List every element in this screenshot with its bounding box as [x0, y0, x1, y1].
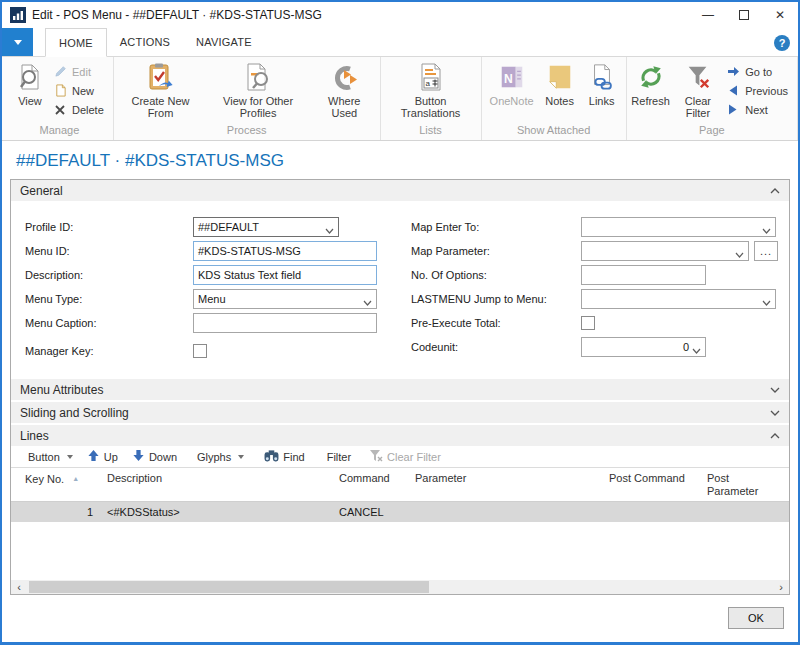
pencil-icon	[53, 65, 67, 79]
ribbon-group-manage: View Edit New	[6, 57, 114, 140]
ribbon-group-lists: a Button Translations Lists	[381, 57, 482, 140]
manager-key-checkbox[interactable]	[193, 344, 207, 358]
arrow-down-icon	[132, 449, 145, 464]
maximize-button[interactable]	[726, 2, 762, 28]
section-header-menu-attributes[interactable]: Menu Attributes	[11, 379, 789, 400]
tab-actions[interactable]: ACTIONS	[107, 28, 183, 56]
column-header-key-no[interactable]: Key No.▲	[11, 471, 99, 501]
tab-home[interactable]: HOME	[45, 28, 107, 57]
help-icon[interactable]: ?	[774, 35, 790, 51]
find-button[interactable]: Find	[257, 446, 311, 467]
delete-x-icon	[53, 103, 67, 117]
section-header-sliding-scrolling[interactable]: Sliding and Scrolling	[11, 402, 789, 423]
maximize-icon	[739, 10, 749, 20]
previous-button[interactable]: Previous	[724, 81, 794, 100]
ok-button[interactable]: OK	[728, 607, 784, 629]
chevron-down-icon	[770, 410, 780, 416]
page-content: General Profile ID: ##DEFAULT Menu ID: #…	[2, 179, 798, 595]
lines-toolbar: Button Up Down Glyphs Find	[11, 446, 789, 468]
glyphs-menu-button[interactable]: Glyphs	[190, 446, 251, 467]
lines-grid-header: Key No.▲ Description Command Parameter P…	[11, 468, 789, 502]
button-translations-button[interactable]: a Button Translations	[384, 59, 478, 119]
application-menu-button[interactable]	[2, 28, 33, 56]
filter-button[interactable]: Filter	[320, 446, 358, 467]
page-title: ##DEFAULT · #KDS-STATUS-MSG	[16, 151, 798, 171]
where-used-arrows-icon	[329, 61, 359, 93]
manager-key-label: Manager Key:	[25, 345, 193, 357]
onenote-icon: N	[498, 61, 526, 93]
tab-navigate[interactable]: NAVIGATE	[183, 28, 265, 56]
description-label: Description:	[25, 269, 193, 281]
svg-text:N: N	[504, 72, 513, 86]
profile-id-combobox[interactable]: ##DEFAULT	[193, 217, 339, 237]
map-parameter-combobox[interactable]	[581, 241, 749, 261]
close-button[interactable]: ✕	[762, 2, 798, 28]
fasttab-panel: General Profile ID: ##DEFAULT Menu ID: #…	[10, 179, 790, 595]
new-button[interactable]: New	[51, 81, 110, 100]
menu-caption-input[interactable]	[193, 313, 377, 333]
button-menu-button[interactable]: Button	[21, 446, 80, 467]
column-header-parameter[interactable]: Parameter	[407, 471, 601, 501]
chevron-down-icon	[770, 387, 780, 393]
move-up-button[interactable]: Up	[80, 446, 125, 467]
menu-id-input[interactable]: #KDS-STATUS-MSG	[193, 241, 377, 261]
table-row[interactable]: 1 <#KDSStatus> CANCEL	[11, 502, 789, 522]
group-label-page: Page	[630, 123, 794, 140]
horizontal-scrollbar[interactable]: ‹ ›	[11, 580, 789, 594]
lastmenu-jump-combobox[interactable]	[581, 289, 776, 309]
section-header-general[interactable]: General	[11, 180, 789, 201]
section-header-lines[interactable]: Lines	[11, 425, 789, 446]
column-header-description[interactable]: Description	[99, 471, 331, 501]
new-page-icon	[53, 84, 67, 98]
scroll-right-icon[interactable]: ›	[773, 580, 789, 594]
titlebar: Edit - POS Menu - ##DEFAULT · #KDS-STATU…	[2, 2, 798, 28]
go-to-button[interactable]: Go to	[724, 62, 794, 81]
group-label-show-attached: Show Attached	[485, 123, 623, 140]
clear-filter-small-icon	[369, 449, 383, 464]
profile-id-label: Profile ID:	[25, 221, 193, 233]
clear-filter-button[interactable]: Clear Filter	[672, 59, 725, 119]
create-new-from-button[interactable]: Create New From	[117, 59, 204, 119]
where-used-button[interactable]: Where Used	[312, 59, 376, 119]
refresh-button[interactable]: Refresh	[630, 59, 672, 107]
chevron-down-icon	[14, 40, 22, 45]
clear-filter-icon	[684, 61, 712, 93]
codeunit-combobox[interactable]: 0	[581, 337, 706, 357]
pre-execute-total-checkbox[interactable]	[581, 316, 595, 330]
map-parameter-assist-button[interactable]: ...	[754, 241, 778, 261]
ribbon-group-process: Create New From View for Other Profiles	[114, 57, 381, 140]
next-button[interactable]: Next	[724, 100, 794, 119]
scrollbar-thumb[interactable]	[29, 581, 429, 593]
map-enter-to-combobox[interactable]	[581, 217, 776, 237]
description-input[interactable]: KDS Status Text field	[193, 265, 377, 285]
document-search-icon	[243, 61, 273, 93]
view-button[interactable]: View	[9, 59, 51, 107]
window-title: Edit - POS Menu - ##DEFAULT · #KDS-STATU…	[32, 8, 322, 22]
scroll-left-icon[interactable]: ‹	[11, 580, 27, 594]
map-enter-to-label: Map Enter To:	[411, 221, 581, 233]
sort-ascending-icon: ▲	[72, 475, 79, 482]
links-button[interactable]: Links	[581, 59, 623, 107]
column-header-post-command[interactable]: Post Command	[601, 471, 699, 501]
column-header-command[interactable]: Command	[331, 471, 407, 501]
delete-button[interactable]: Delete	[51, 100, 110, 119]
group-label-manage: Manage	[9, 123, 110, 140]
view-for-other-profiles-button[interactable]: View for Other Profiles	[204, 59, 312, 119]
translation-document-icon: a	[416, 61, 446, 93]
codeunit-label: Codeunit:	[411, 341, 581, 353]
menu-caption-label: Menu Caption:	[25, 317, 193, 329]
chevron-down-icon	[762, 224, 771, 236]
notes-button[interactable]: Notes	[539, 59, 581, 107]
menu-type-combobox[interactable]: Menu	[193, 289, 377, 309]
no-of-options-input[interactable]	[581, 265, 706, 285]
refresh-icon	[637, 61, 665, 93]
cell-key-no: 1	[11, 506, 99, 518]
move-down-button[interactable]: Down	[125, 446, 184, 467]
cell-description: <#KDSStatus>	[99, 506, 331, 518]
general-fields: Profile ID: ##DEFAULT Menu ID: #KDS-STAT…	[11, 201, 789, 377]
chevron-down-icon	[325, 224, 334, 236]
minimize-button[interactable]: —	[690, 2, 726, 28]
edit-button: Edit	[51, 62, 110, 81]
chevron-down-icon	[363, 296, 372, 308]
column-header-post-parameter[interactable]: Post Parameter	[699, 471, 789, 501]
